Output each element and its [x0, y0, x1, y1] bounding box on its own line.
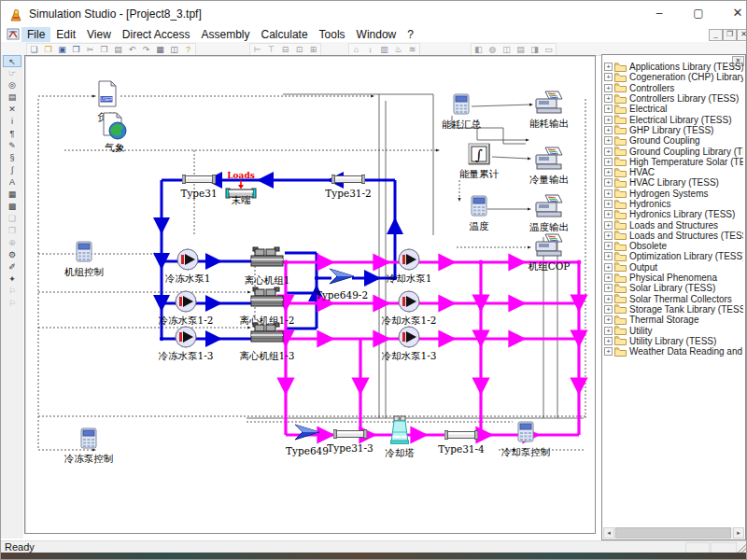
report-icon[interactable]: ▤: [514, 44, 528, 55]
new-file-icon[interactable]: ❏: [27, 44, 41, 55]
component-energy-output[interactable]: [534, 90, 564, 119]
component-energy-integrator[interactable]: ∫: [468, 143, 490, 169]
library-item[interactable]: +Solar Library (TESS): [604, 283, 743, 293]
window-tile-icon[interactable]: ◫: [500, 44, 514, 55]
library-item[interactable]: +High Temperature Solar (TESS): [604, 157, 743, 167]
library-item[interactable]: +Thermal Storage: [604, 315, 743, 325]
arrange-icon[interactable]: ⊞: [306, 44, 320, 55]
library-item[interactable]: +Utility Library (TESS): [604, 336, 743, 346]
component-energy-summary[interactable]: [452, 93, 471, 119]
expand-plus-icon[interactable]: +: [604, 263, 613, 272]
menu-item-file[interactable]: File: [21, 27, 50, 42]
close-button[interactable]: ✕: [722, 1, 747, 25]
expand-plus-icon[interactable]: +: [604, 73, 613, 81]
library-item[interactable]: +Hydrogen Systems: [604, 189, 743, 199]
component-unit-control[interactable]: [75, 241, 93, 267]
library-item[interactable]: +Solar Thermal Collectors: [604, 294, 743, 304]
pan-tool-icon[interactable]: ☞: [3, 67, 21, 79]
expand-plus-icon[interactable]: +: [604, 116, 613, 124]
window-layout-icon[interactable]: ◧: [472, 44, 486, 55]
expand-plus-icon[interactable]: +: [604, 105, 613, 113]
library-item[interactable]: +Loads and Structures: [604, 219, 743, 230]
align-vertical-icon[interactable]: ⊤: [264, 44, 278, 55]
expand-plus-icon[interactable]: +: [604, 147, 613, 156]
copy-icon[interactable]: ❐: [97, 44, 111, 55]
expand-plus-icon[interactable]: +: [604, 337, 613, 345]
component-cw-pump-1-3[interactable]: [397, 325, 421, 353]
size-icon[interactable]: ⊡: [292, 44, 306, 55]
parameter-tool-icon[interactable]: ✎: [3, 140, 21, 152]
text-tool-icon[interactable]: A: [3, 176, 21, 189]
library-item[interactable]: +Utility: [604, 325, 743, 335]
zoom-tool-icon[interactable]: ◎: [3, 79, 21, 91]
flag-a-icon[interactable]: ⚐: [3, 286, 21, 298]
flag-b-icon[interactable]: ⚐: [3, 298, 21, 310]
component-type31-2[interactable]: [331, 172, 365, 189]
distribute-icon[interactable]: ⊟: [278, 44, 292, 55]
library-item[interactable]: +Electrical: [604, 104, 743, 114]
library-item[interactable]: +Storage Tank Library (TESS): [604, 304, 743, 315]
fit-view-icon[interactable]: ▤: [3, 91, 21, 104]
expand-plus-icon[interactable]: +: [604, 84, 613, 92]
menu-item-[interactable]: ?: [402, 27, 419, 42]
group-icon[interactable]: ⊕: [3, 237, 21, 249]
component-chiller-1-3[interactable]: [248, 322, 286, 352]
component-chiller-1-2[interactable]: [248, 287, 286, 316]
select-tool-icon[interactable]: ↖: [3, 55, 21, 67]
scrollbar-thumb[interactable]: [615, 527, 731, 539]
library-item[interactable]: +Physical Phenomena: [604, 273, 743, 283]
wave-icon[interactable]: ≋: [405, 44, 419, 55]
expand-plus-icon[interactable]: +: [604, 327, 613, 335]
expand-plus-icon[interactable]: +: [604, 221, 613, 230]
menu-item-direct-access[interactable]: Direct Access: [117, 27, 196, 42]
menu-item-view[interactable]: View: [81, 27, 117, 42]
library-item[interactable]: +Electrical Library (TESS): [604, 114, 743, 124]
menu-item-edit[interactable]: Edit: [50, 27, 81, 42]
resize-grip[interactable]: [738, 543, 747, 553]
library-item[interactable]: +Controllers: [604, 83, 743, 93]
run-simulation-icon[interactable]: ✦: [3, 273, 21, 286]
expand-plus-icon[interactable]: +: [604, 315, 613, 324]
expand-plus-icon[interactable]: +: [604, 178, 613, 187]
library-item[interactable]: +Loads and Structures (TESS): [604, 231, 743, 241]
minimize-button[interactable]: –: [643, 1, 675, 25]
settings-gear-icon[interactable]: ⚙: [3, 249, 21, 261]
cut-icon[interactable]: ✂: [83, 44, 97, 55]
export-icon[interactable]: ◨: [528, 44, 542, 55]
expand-plus-icon[interactable]: +: [604, 126, 613, 134]
library-item[interactable]: +Cogeneration (CHP) Library (TESS): [604, 72, 743, 82]
table-icon[interactable]: ▥: [377, 44, 391, 55]
library-item[interactable]: +Weather Data Reading and Process: [604, 346, 743, 357]
component-chw-pump-control[interactable]: [79, 427, 98, 454]
library-item[interactable]: +HVAC Library (TESS): [604, 177, 743, 188]
menu-item-assembly[interactable]: Assembly: [196, 27, 256, 42]
layer-down-icon[interactable]: ❐: [3, 225, 21, 237]
print-icon[interactable]: ▦: [153, 44, 167, 55]
info-tool-icon[interactable]: i: [3, 116, 21, 128]
mdi-close-button[interactable]: ✕: [737, 29, 747, 41]
mdi-minimize-button[interactable]: _: [709, 29, 723, 41]
library-item[interactable]: +Output: [604, 262, 743, 273]
snap-grid-icon[interactable]: ▩: [3, 201, 21, 213]
component-chw-pump-1-3[interactable]: [174, 325, 198, 353]
component-unit-cop[interactable]: [534, 232, 564, 262]
open-file-icon[interactable]: ❒: [41, 44, 55, 55]
expand-plus-icon[interactable]: +: [604, 136, 613, 145]
expand-plus-icon[interactable]: +: [604, 158, 613, 166]
expand-plus-icon[interactable]: +: [604, 295, 613, 303]
expand-plus-icon[interactable]: +: [604, 189, 613, 198]
print-preview-icon[interactable]: ◫: [167, 44, 181, 55]
link-tool-icon[interactable]: ∫: [3, 164, 21, 176]
library-item[interactable]: +Obsolete: [604, 241, 743, 251]
help-icon[interactable]: ?: [181, 44, 195, 55]
horizontal-scrollbar[interactable]: ◂ ▸: [603, 527, 744, 539]
pen-tool-icon[interactable]: ✐: [3, 261, 21, 273]
library-item[interactable]: +HVAC: [604, 167, 743, 177]
library-item[interactable]: +Hydronics Library (TESS): [604, 209, 743, 219]
sort-down-icon[interactable]: ↓: [363, 44, 377, 55]
component-cw-pump-1-2[interactable]: [397, 289, 421, 317]
window-cascade-icon[interactable]: ◍: [486, 44, 500, 55]
component-cw-pump-control[interactable]: [516, 421, 535, 447]
menu-item-window[interactable]: Window: [351, 27, 402, 42]
component-type649-2[interactable]: [328, 266, 356, 290]
